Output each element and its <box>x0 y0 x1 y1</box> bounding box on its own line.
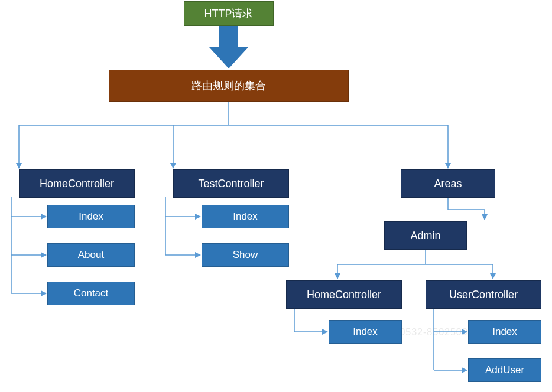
home-contact-node: Contact <box>47 282 135 305</box>
admin-user-controller-node: UserController <box>426 280 541 309</box>
test-index-node: Index <box>202 205 289 228</box>
test-controller-node: TestController <box>173 169 289 198</box>
test-show-node: Show <box>202 243 289 267</box>
areas-node: Areas <box>401 169 495 198</box>
home-index-node: Index <box>47 205 135 228</box>
routing-rules-node: 路由规则的集合 <box>109 70 349 102</box>
admin-home-index-node: Index <box>329 320 402 344</box>
home-about-node: About <box>47 243 135 267</box>
svg-marker-1 <box>209 47 248 68</box>
home-controller-node: HomeController <box>19 169 135 198</box>
svg-rect-0 <box>219 26 238 48</box>
admin-node: Admin <box>384 221 467 250</box>
http-request-node: HTTP请求 <box>184 1 274 26</box>
admin-user-index-node: Index <box>468 320 541 344</box>
admin-home-controller-node: HomeController <box>286 280 402 309</box>
admin-user-adduser-node: AddUser <box>468 358 541 382</box>
